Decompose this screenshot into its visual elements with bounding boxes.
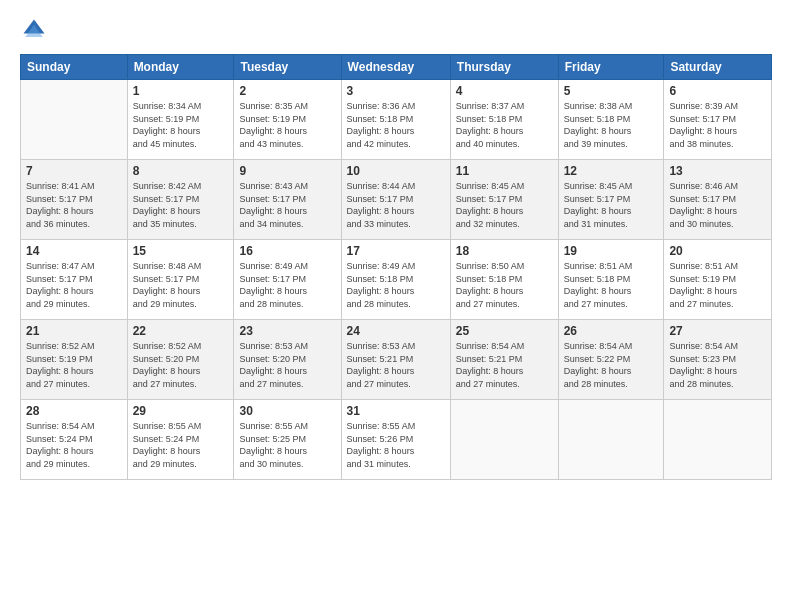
calendar-cell: 24Sunrise: 8:53 AM Sunset: 5:21 PM Dayli… — [341, 320, 450, 400]
day-info: Sunrise: 8:49 AM Sunset: 5:18 PM Dayligh… — [347, 260, 445, 310]
day-info: Sunrise: 8:50 AM Sunset: 5:18 PM Dayligh… — [456, 260, 553, 310]
weekday-header: Sunday — [21, 55, 128, 80]
day-info: Sunrise: 8:45 AM Sunset: 5:17 PM Dayligh… — [564, 180, 659, 230]
calendar-cell: 29Sunrise: 8:55 AM Sunset: 5:24 PM Dayli… — [127, 400, 234, 480]
calendar-cell — [21, 80, 128, 160]
day-number: 6 — [669, 84, 766, 98]
calendar-week-row: 14Sunrise: 8:47 AM Sunset: 5:17 PM Dayli… — [21, 240, 772, 320]
calendar-cell: 14Sunrise: 8:47 AM Sunset: 5:17 PM Dayli… — [21, 240, 128, 320]
day-info: Sunrise: 8:38 AM Sunset: 5:18 PM Dayligh… — [564, 100, 659, 150]
calendar-cell: 27Sunrise: 8:54 AM Sunset: 5:23 PM Dayli… — [664, 320, 772, 400]
day-info: Sunrise: 8:51 AM Sunset: 5:19 PM Dayligh… — [669, 260, 766, 310]
day-info: Sunrise: 8:54 AM Sunset: 5:23 PM Dayligh… — [669, 340, 766, 390]
day-info: Sunrise: 8:42 AM Sunset: 5:17 PM Dayligh… — [133, 180, 229, 230]
calendar-cell — [558, 400, 664, 480]
day-info: Sunrise: 8:55 AM Sunset: 5:26 PM Dayligh… — [347, 420, 445, 470]
day-info: Sunrise: 8:36 AM Sunset: 5:18 PM Dayligh… — [347, 100, 445, 150]
calendar-cell: 10Sunrise: 8:44 AM Sunset: 5:17 PM Dayli… — [341, 160, 450, 240]
weekday-header: Friday — [558, 55, 664, 80]
day-number: 16 — [239, 244, 335, 258]
day-number: 28 — [26, 404, 122, 418]
day-number: 12 — [564, 164, 659, 178]
calendar-week-row: 7Sunrise: 8:41 AM Sunset: 5:17 PM Daylig… — [21, 160, 772, 240]
day-info: Sunrise: 8:52 AM Sunset: 5:19 PM Dayligh… — [26, 340, 122, 390]
day-info: Sunrise: 8:46 AM Sunset: 5:17 PM Dayligh… — [669, 180, 766, 230]
day-number: 30 — [239, 404, 335, 418]
calendar-cell: 31Sunrise: 8:55 AM Sunset: 5:26 PM Dayli… — [341, 400, 450, 480]
day-number: 8 — [133, 164, 229, 178]
day-info: Sunrise: 8:47 AM Sunset: 5:17 PM Dayligh… — [26, 260, 122, 310]
day-number: 20 — [669, 244, 766, 258]
day-number: 7 — [26, 164, 122, 178]
day-number: 23 — [239, 324, 335, 338]
calendar-cell: 6Sunrise: 8:39 AM Sunset: 5:17 PM Daylig… — [664, 80, 772, 160]
day-number: 19 — [564, 244, 659, 258]
day-info: Sunrise: 8:51 AM Sunset: 5:18 PM Dayligh… — [564, 260, 659, 310]
day-info: Sunrise: 8:52 AM Sunset: 5:20 PM Dayligh… — [133, 340, 229, 390]
calendar-cell: 23Sunrise: 8:53 AM Sunset: 5:20 PM Dayli… — [234, 320, 341, 400]
calendar-cell: 12Sunrise: 8:45 AM Sunset: 5:17 PM Dayli… — [558, 160, 664, 240]
day-number: 13 — [669, 164, 766, 178]
weekday-header: Wednesday — [341, 55, 450, 80]
day-info: Sunrise: 8:53 AM Sunset: 5:20 PM Dayligh… — [239, 340, 335, 390]
day-number: 2 — [239, 84, 335, 98]
weekday-header: Monday — [127, 55, 234, 80]
day-info: Sunrise: 8:43 AM Sunset: 5:17 PM Dayligh… — [239, 180, 335, 230]
day-info: Sunrise: 8:53 AM Sunset: 5:21 PM Dayligh… — [347, 340, 445, 390]
calendar-cell: 5Sunrise: 8:38 AM Sunset: 5:18 PM Daylig… — [558, 80, 664, 160]
day-info: Sunrise: 8:41 AM Sunset: 5:17 PM Dayligh… — [26, 180, 122, 230]
day-number: 15 — [133, 244, 229, 258]
day-number: 10 — [347, 164, 445, 178]
day-number: 22 — [133, 324, 229, 338]
day-info: Sunrise: 8:54 AM Sunset: 5:21 PM Dayligh… — [456, 340, 553, 390]
calendar-table: SundayMondayTuesdayWednesdayThursdayFrid… — [20, 54, 772, 480]
calendar-cell: 15Sunrise: 8:48 AM Sunset: 5:17 PM Dayli… — [127, 240, 234, 320]
calendar-cell: 3Sunrise: 8:36 AM Sunset: 5:18 PM Daylig… — [341, 80, 450, 160]
calendar-cell — [450, 400, 558, 480]
calendar-cell: 7Sunrise: 8:41 AM Sunset: 5:17 PM Daylig… — [21, 160, 128, 240]
calendar-cell: 30Sunrise: 8:55 AM Sunset: 5:25 PM Dayli… — [234, 400, 341, 480]
calendar-cell: 22Sunrise: 8:52 AM Sunset: 5:20 PM Dayli… — [127, 320, 234, 400]
calendar-cell: 8Sunrise: 8:42 AM Sunset: 5:17 PM Daylig… — [127, 160, 234, 240]
logo-icon — [20, 16, 48, 44]
page-header — [20, 16, 772, 44]
calendar-cell: 19Sunrise: 8:51 AM Sunset: 5:18 PM Dayli… — [558, 240, 664, 320]
day-info: Sunrise: 8:34 AM Sunset: 5:19 PM Dayligh… — [133, 100, 229, 150]
calendar-cell: 21Sunrise: 8:52 AM Sunset: 5:19 PM Dayli… — [21, 320, 128, 400]
day-info: Sunrise: 8:39 AM Sunset: 5:17 PM Dayligh… — [669, 100, 766, 150]
day-number: 26 — [564, 324, 659, 338]
calendar-cell: 26Sunrise: 8:54 AM Sunset: 5:22 PM Dayli… — [558, 320, 664, 400]
day-info: Sunrise: 8:54 AM Sunset: 5:24 PM Dayligh… — [26, 420, 122, 470]
calendar-cell: 18Sunrise: 8:50 AM Sunset: 5:18 PM Dayli… — [450, 240, 558, 320]
calendar-cell: 9Sunrise: 8:43 AM Sunset: 5:17 PM Daylig… — [234, 160, 341, 240]
calendar-week-row: 28Sunrise: 8:54 AM Sunset: 5:24 PM Dayli… — [21, 400, 772, 480]
day-number: 29 — [133, 404, 229, 418]
calendar-cell: 17Sunrise: 8:49 AM Sunset: 5:18 PM Dayli… — [341, 240, 450, 320]
calendar-cell: 28Sunrise: 8:54 AM Sunset: 5:24 PM Dayli… — [21, 400, 128, 480]
day-info: Sunrise: 8:54 AM Sunset: 5:22 PM Dayligh… — [564, 340, 659, 390]
day-info: Sunrise: 8:37 AM Sunset: 5:18 PM Dayligh… — [456, 100, 553, 150]
weekday-header: Tuesday — [234, 55, 341, 80]
day-info: Sunrise: 8:49 AM Sunset: 5:17 PM Dayligh… — [239, 260, 335, 310]
day-number: 5 — [564, 84, 659, 98]
calendar-cell: 4Sunrise: 8:37 AM Sunset: 5:18 PM Daylig… — [450, 80, 558, 160]
day-info: Sunrise: 8:55 AM Sunset: 5:25 PM Dayligh… — [239, 420, 335, 470]
day-number: 17 — [347, 244, 445, 258]
day-number: 24 — [347, 324, 445, 338]
calendar-cell — [664, 400, 772, 480]
day-info: Sunrise: 8:48 AM Sunset: 5:17 PM Dayligh… — [133, 260, 229, 310]
day-number: 27 — [669, 324, 766, 338]
day-number: 21 — [26, 324, 122, 338]
day-info: Sunrise: 8:35 AM Sunset: 5:19 PM Dayligh… — [239, 100, 335, 150]
calendar-cell: 25Sunrise: 8:54 AM Sunset: 5:21 PM Dayli… — [450, 320, 558, 400]
day-info: Sunrise: 8:45 AM Sunset: 5:17 PM Dayligh… — [456, 180, 553, 230]
day-number: 3 — [347, 84, 445, 98]
calendar-cell: 20Sunrise: 8:51 AM Sunset: 5:19 PM Dayli… — [664, 240, 772, 320]
day-number: 1 — [133, 84, 229, 98]
day-info: Sunrise: 8:55 AM Sunset: 5:24 PM Dayligh… — [133, 420, 229, 470]
calendar-cell: 11Sunrise: 8:45 AM Sunset: 5:17 PM Dayli… — [450, 160, 558, 240]
calendar-week-row: 1Sunrise: 8:34 AM Sunset: 5:19 PM Daylig… — [21, 80, 772, 160]
calendar-cell: 1Sunrise: 8:34 AM Sunset: 5:19 PM Daylig… — [127, 80, 234, 160]
day-number: 31 — [347, 404, 445, 418]
calendar-week-row: 21Sunrise: 8:52 AM Sunset: 5:19 PM Dayli… — [21, 320, 772, 400]
